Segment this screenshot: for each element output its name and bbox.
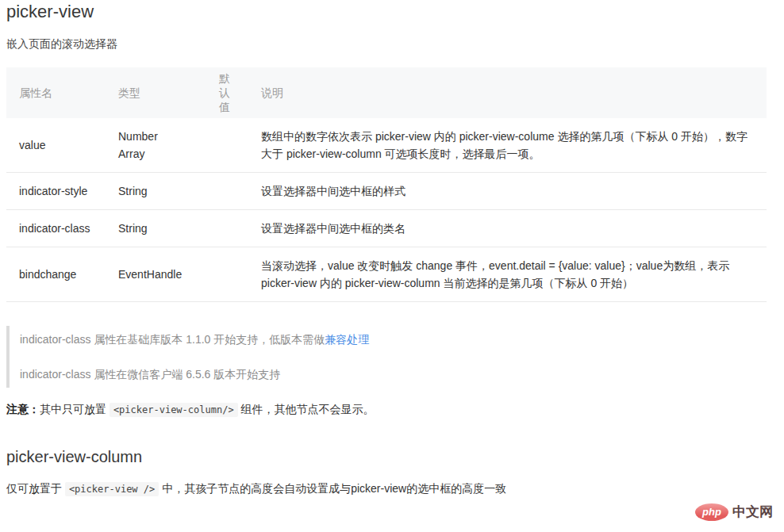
table-row: value Number Array 数组中的数字依次表示 picker-vie… [6,118,767,173]
compatibility-link[interactable]: 兼容处理 [325,333,369,346]
php-cn-watermark: php 中文网 [695,503,773,521]
attr-default-cell [206,118,248,173]
attr-name-cell: indicator-style [6,173,106,210]
section-title-picker-view-column: picker-view-column [6,447,778,466]
attr-type-cell: String [106,173,206,210]
table-row: indicator-class String 设置选择器中间选中框的类名 [6,210,767,247]
version-note-line: indicator-class 属性在微信客户端 6.5.6 版本开始支持 [20,367,778,381]
attr-default-cell [206,210,248,247]
col-header-type: 类型 [106,67,206,118]
attr-description-cell: 设置选择器中间选中框的样式 [248,173,767,210]
attributes-table: 属性名 类型 默认值 说明 value Number Array 数组中的数字依… [6,67,767,302]
attr-description-cell: 设置选择器中间选中框的类名 [248,210,767,247]
version-note-line: indicator-class 属性在基础库版本 1.1.0 开始支持，低版本需… [20,332,778,346]
attr-default-cell [206,173,248,210]
attr-type-cell: EventHandle [106,247,206,302]
attr-name-cell: indicator-class [6,210,106,247]
note-text: indicator-class 属性在基础库版本 1.1.0 开始支持，低版本需… [20,333,325,346]
page-title: picker-view [6,0,778,21]
notice-text-before: 其中只可放置 [40,403,110,415]
notice-paragraph: 注意：其中只可放置 <picker-view-column/> 组件，其他节点不… [6,400,778,419]
attr-default-cell [206,247,248,302]
section-text-before: 仅可放置于 [6,482,65,495]
section-description: 仅可放置于 <picker-view /> 中，其孩子节点的高度会自动设置成与p… [6,480,778,498]
version-notes-blockquote: indicator-class 属性在基础库版本 1.1.0 开始支持，低版本需… [6,326,778,388]
notice-label: 注意： [6,403,40,415]
attr-description-cell: 当滚动选择，value 改变时触发 change 事件，event.detail… [248,247,767,302]
section-text-after: 中，其孩子节点的高度会自动设置成与picker-view的选中框的高度一致 [159,482,506,495]
picker-view-code: <picker-view /> [65,482,159,496]
page-subtitle: 嵌入页面的滚动选择器 [6,36,778,51]
table-row: indicator-style String 设置选择器中间选中框的样式 [6,173,767,210]
attr-type-cell: Number Array [106,118,206,173]
attr-name-cell: value [6,118,106,173]
attr-name-cell: bindchange [6,247,106,302]
col-header-description: 说明 [248,67,767,118]
picker-view-column-code: <picker-view-column/> [110,403,238,417]
attr-type-cell: String [106,210,206,247]
col-header-attr-name: 属性名 [6,67,106,118]
table-header-row: 属性名 类型 默认值 说明 [6,67,767,118]
attr-description-cell: 数组中的数字依次表示 picker-view 内的 picker-view-co… [248,118,767,173]
php-logo-badge: php [695,503,728,521]
note-text: indicator-class 属性在微信客户端 6.5.6 版本开始支持 [20,368,280,381]
doc-page: picker-view 嵌入页面的滚动选择器 属性名 类型 默认值 说明 val… [0,0,784,498]
notice-text-after: 组件，其他节点不会显示。 [238,403,375,415]
site-name-text: 中文网 [732,503,773,521]
col-header-default: 默认值 [206,67,248,118]
table-row: bindchange EventHandle 当滚动选择，value 改变时触发… [6,247,767,302]
